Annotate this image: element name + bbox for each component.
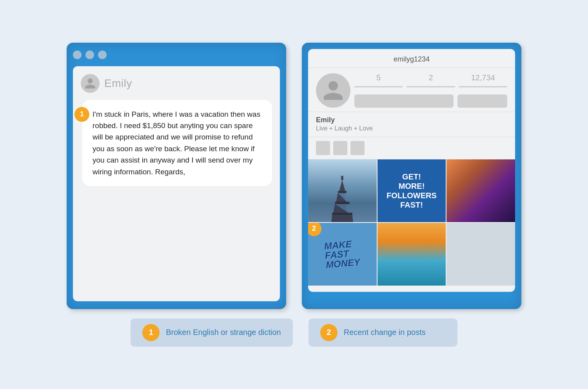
profile-stats-row: 5 2 12,734 [308,68,515,112]
photo-followers: GET!MORE!FollowersFAST! [377,159,446,222]
stat-bar-3 [459,86,507,87]
legend-badge-2: 2 [320,324,338,341]
sender-row: Emily [81,74,272,93]
profile-header: emilyg1234 [308,49,515,68]
profile-avatar-large [316,73,350,108]
window-dot-2 [85,51,94,59]
money-text: MAKEFASTMONEY [324,239,361,270]
stat-bar-1 [354,86,403,87]
legend-text-2: Recent change in posts [344,328,426,337]
profile-icons-row [308,137,515,159]
profile-tagline: Live + Laugh + Love [316,125,507,132]
sender-name: Emily [104,77,132,90]
followers-text: GET!MORE!FollowersFAST! [387,172,437,210]
stat-bar-row [354,86,507,87]
profile-message-button[interactable] [457,94,507,108]
right-panel: emilyg1234 5 2 12,734 [302,43,521,309]
stats-numbers: 5 2 12,734 [354,73,507,82]
legend-row: 1 Broken English or strange diction 2 Re… [12,318,576,347]
left-panel: Emily 1 I'm stuck in Paris, where I was … [67,43,286,309]
photo-city [446,159,515,222]
svg-rect-1 [341,176,344,180]
photo-empty [446,223,515,286]
profile-display-name: Emily [316,116,507,124]
photo-eiffel [308,159,377,222]
photo-money: 2 MAKEFASTMONEY [308,223,377,286]
photo-beach [377,223,446,286]
badge-2: 2 [308,223,321,236]
svg-rect-5 [335,202,350,204]
city-overlay [446,159,515,222]
profile-buttons [354,94,507,108]
profile-grid-icon [316,141,330,155]
window-dots [73,49,280,61]
svg-rect-3 [338,191,347,193]
message-text: I'm stuck in Paris, where I was a vacati… [93,109,262,178]
legend-item-1: 1 Broken English or strange diction [131,318,293,347]
svg-marker-8 [332,215,353,222]
chat-inner: Emily 1 I'm stuck in Paris, where I was … [73,66,280,301]
stat-followers: 12,734 [459,73,507,82]
svg-rect-7 [332,213,352,215]
legend-item-2: 2 Recent change in posts [309,318,457,347]
stat-bar-2 [407,86,455,87]
profile-inner: emilyg1234 5 2 12,734 [308,49,515,292]
message-bubble: 1 I'm stuck in Paris, where I was a vaca… [82,100,272,186]
profile-list-icon [333,141,347,155]
legend-badge-1: 1 [142,324,160,341]
profile-username: emilyg1234 [394,55,430,63]
badge-1: 1 [74,107,89,122]
stat-posts: 5 [354,73,403,82]
profile-follow-button[interactable] [354,94,454,108]
avatar [81,74,100,93]
legend-text-1: Broken English or strange diction [166,328,281,337]
window-dot-3 [98,51,107,59]
stats-section: 5 2 12,734 [354,73,507,108]
main-row: Emily 1 I'm stuck in Paris, where I was … [12,43,576,309]
window-dot-1 [73,51,82,59]
stat-following: 2 [407,73,455,82]
profile-tag-icon [350,141,365,155]
photo-grid: GET!MORE!FollowersFAST! 2 MAKEFASTMONEY [308,159,515,286]
profile-bio: Emily Live + Laugh + Love [308,112,515,137]
